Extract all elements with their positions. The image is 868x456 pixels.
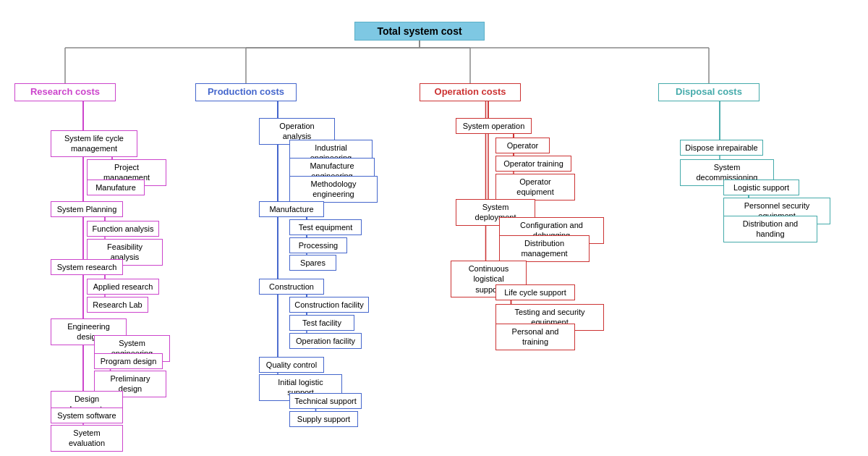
test-equipment-node: Test equipment	[289, 219, 362, 235]
program-design-node: Program design	[94, 353, 163, 369]
distribution-mgmt-node: Distribution management	[499, 235, 590, 262]
operation-facility-node: Operation facility	[289, 333, 362, 349]
processing-node: Processing	[289, 237, 347, 253]
construction-node: Construction	[259, 279, 324, 295]
system-operation-node: System operation	[456, 118, 532, 134]
root-node: Total system cost	[354, 22, 485, 41]
operator-training-node: Operator training	[495, 156, 571, 172]
production-costs-node: Production costs	[195, 83, 297, 101]
test-facility-node: Test facility	[289, 315, 354, 331]
system-lifecycle-node: System life cyclemanagement	[51, 130, 137, 157]
quality-control-node: Quality control	[259, 357, 324, 373]
personal-training-node: Personal and training	[495, 324, 575, 350]
spares-node: Spares	[289, 255, 336, 271]
methodology-eng-node: Methodology engineering	[289, 176, 378, 203]
manufacture-r-node: Manufature	[87, 180, 145, 195]
technical-support-node: Technical support	[289, 393, 362, 409]
manufacture-p-node: Manufacture	[259, 201, 324, 217]
function-analysis-node: Function analysis	[87, 221, 159, 237]
system-planning-node: System Planning	[51, 201, 123, 217]
system-software-node: System software	[51, 408, 123, 423]
applied-research-node: Applied research	[87, 279, 159, 295]
research-lab-node: Research Lab	[87, 297, 148, 313]
operator-node: Operator	[495, 138, 550, 153]
system-research-node: System research	[51, 259, 123, 275]
logistic-support-node: Logistic support	[723, 180, 799, 195]
construction-facility-node: Construction facility	[289, 297, 369, 313]
dispose-node: Dispose inrepairable	[680, 140, 763, 156]
system-evaluation-node: Syetem evaluation	[51, 425, 123, 452]
supply-support-node: Supply support	[289, 411, 358, 427]
lifecycle-support-node: Life cycle support	[495, 284, 575, 300]
distribution-handing-node: Distribution and handing	[723, 216, 817, 242]
research-costs-node: Research costs	[14, 83, 116, 101]
operation-costs-node: Operation costs	[420, 83, 521, 101]
operator-equipment-node: Operator equipment	[495, 174, 575, 200]
disposal-costs-node: Disposal costs	[658, 83, 760, 101]
